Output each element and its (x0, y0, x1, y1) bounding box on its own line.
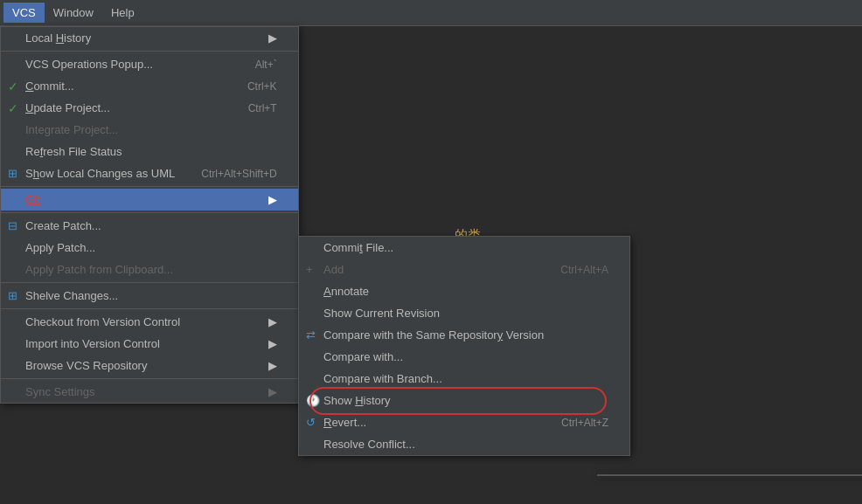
menu-item-refresh-file-status[interactable]: Refresh File Status (1, 141, 298, 162)
shortcut-add: Ctrl+Alt+A (534, 264, 608, 276)
menu-item-update-project[interactable]: ✓ Update Project... Ctrl+T (1, 97, 298, 119)
git-menu-item-resolve-conflict[interactable]: Resolve Conflict... (299, 433, 629, 455)
import-version-control-label: Import into Version Control (25, 337, 160, 350)
separator2 (1, 186, 298, 187)
arrow-browse: ▶ (251, 359, 277, 372)
shortcut-show-local: Ctrl+Alt+Shift+D (175, 168, 276, 180)
menu-item-shelve-changes[interactable]: ⊞ Shelve Changes... (1, 285, 298, 307)
shortcut-revert: Ctrl+Alt+Z (535, 417, 608, 429)
separator5 (1, 308, 298, 309)
update-project-label: Update Project... (25, 101, 110, 114)
menu-vcs[interactable]: VCS (3, 3, 45, 23)
menu-item-commit[interactable]: ✓ Commit... Ctrl+K (1, 75, 298, 97)
menu-item-git[interactable]: Git ▶ (1, 189, 298, 211)
compare-branch-label: Compare with Branch... (323, 372, 442, 385)
create-patch-label: Create Patch... (25, 219, 101, 232)
menu-item-import-version-control[interactable]: Import into Version Control ▶ (1, 333, 298, 355)
git-separator1 (597, 474, 862, 476)
revert-icon: ↺ (306, 416, 316, 429)
shortcut-update: Ctrl+T (222, 102, 277, 114)
arrow-sync: ▶ (251, 385, 277, 398)
menu-item-apply-patch[interactable]: Apply Patch... (1, 237, 298, 259)
menu-item-local-history[interactable]: Local History ▶ (1, 27, 298, 49)
git-menu-item-revert[interactable]: ↺ Revert... Ctrl+Alt+Z (299, 411, 629, 433)
compare-with-label: Compare with... (323, 350, 403, 363)
separator6 (1, 378, 298, 379)
uml-icon: ⊞ (8, 167, 17, 180)
shelve-changes-label: Shelve Changes... (25, 289, 118, 302)
menu-item-checkout-version-control[interactable]: Checkout from Version Control ▶ (1, 311, 298, 333)
resolve-conflict-label: Resolve Conflict... (323, 438, 415, 451)
vcs-dropdown: Local History ▶ VCS Operations Popup... … (0, 26, 299, 404)
compare-icon: ⇄ (306, 328, 316, 342)
annotate-label: Annotate (323, 285, 369, 298)
git-menu-item-compare-with[interactable]: Compare with... (299, 346, 629, 368)
git-arrow-icon: ▶ (251, 193, 277, 206)
clock-icon: 🕐 (306, 394, 320, 407)
show-current-revision-label: Show Current Revision (323, 307, 440, 320)
show-history-label: Show History (323, 394, 391, 407)
menu-help[interactable]: Help (102, 3, 143, 23)
menu-bar: VCS Window Help (0, 0, 862, 26)
git-menu-item-commit-file[interactable]: Commit File... (299, 237, 629, 259)
arrow-icon: ▶ (251, 31, 277, 45)
separator4 (1, 282, 298, 283)
checkout-version-control-label: Checkout from Version Control (25, 315, 180, 328)
browse-vcs-repository-label: Browse VCS Repository (25, 359, 147, 372)
git-menu-item-show-current-revision[interactable]: Show Current Revision (299, 302, 629, 324)
show-local-changes-label: Show Local Changes as UML (25, 167, 175, 180)
sync-settings-label: Sync Settings (25, 385, 95, 398)
plus-icon: + (306, 263, 313, 276)
commit-file-label: Commit File... (323, 241, 393, 254)
menu-item-sync-settings: Sync Settings ▶ (1, 381, 298, 403)
patch-icon: ⊟ (8, 219, 17, 232)
local-history-label: Local History (25, 31, 91, 45)
git-label: Git (25, 193, 40, 206)
commit-label: Commit... (25, 79, 74, 93)
check-icon: ✓ (8, 79, 18, 93)
git-menu-item-show-history[interactable]: 🕐 Show History (299, 390, 629, 411)
integrate-project-label: Integrate Project... (25, 123, 118, 136)
arrow-checkout: ▶ (251, 315, 277, 328)
shortcut-vcs-operations: Alt+` (229, 59, 277, 71)
menu-window[interactable]: Window (45, 3, 102, 23)
compare-same-repo-label: Compare with the Same Repository Version (323, 328, 544, 342)
check-icon-update: ✓ (8, 101, 18, 115)
add-label: Add (323, 263, 344, 276)
git-submenu: Commit File... + Add Ctrl+Alt+A Annotate… (298, 236, 630, 456)
menu-item-browse-vcs-repository[interactable]: Browse VCS Repository ▶ (1, 355, 298, 376)
git-menu-item-annotate[interactable]: Annotate (299, 280, 629, 302)
menu-item-integrate-project: Integrate Project... (1, 119, 298, 141)
refresh-file-status-label: Refresh File Status (25, 145, 122, 158)
menu-item-vcs-operations[interactable]: VCS Operations Popup... Alt+` (1, 53, 298, 75)
apply-patch-clipboard-label: Apply Patch from Clipboard... (25, 263, 173, 276)
git-menu-item-compare-same-repo[interactable]: ⇄ Compare with the Same Repository Versi… (299, 324, 629, 346)
shelve-icon: ⊞ (8, 289, 17, 302)
git-menu-item-add: + Add Ctrl+Alt+A (299, 259, 629, 280)
menu-item-show-local-changes[interactable]: ⊞ Show Local Changes as UML Ctrl+Alt+Shi… (1, 162, 298, 184)
menu-item-create-patch[interactable]: ⊟ Create Patch... (1, 215, 298, 237)
vcs-operations-label: VCS Operations Popup... (25, 58, 153, 71)
arrow-import: ▶ (251, 337, 277, 350)
separator (1, 51, 298, 52)
apply-patch-label: Apply Patch... (25, 241, 95, 254)
shortcut-commit: Ctrl+K (221, 80, 277, 93)
menu-item-apply-patch-clipboard: Apply Patch from Clipboard... (1, 259, 298, 280)
git-menu-item-compare-branch[interactable]: Compare with Branch... (299, 368, 629, 390)
revert-label: Revert... (323, 416, 366, 429)
separator3 (1, 212, 298, 213)
